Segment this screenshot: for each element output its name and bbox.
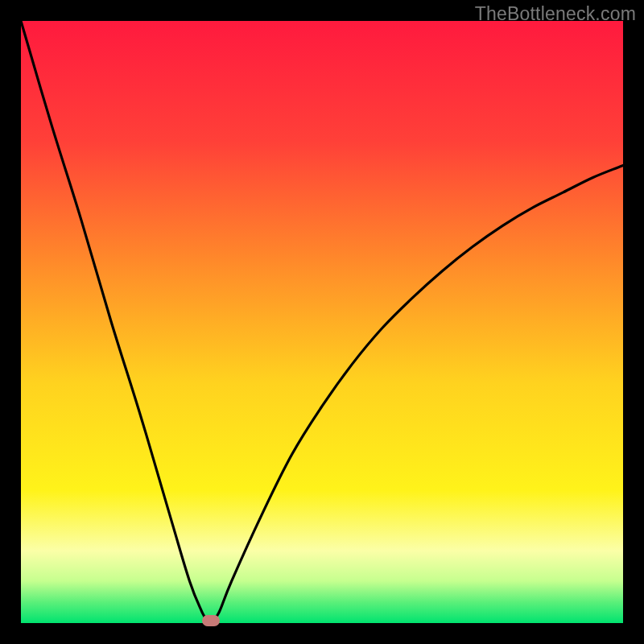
plot-frame xyxy=(21,21,623,623)
optimal-point-marker xyxy=(202,615,220,626)
background-gradient xyxy=(21,21,623,623)
watermark-text: TheBottleneck.com xyxy=(475,3,636,25)
svg-rect-0 xyxy=(21,21,623,623)
